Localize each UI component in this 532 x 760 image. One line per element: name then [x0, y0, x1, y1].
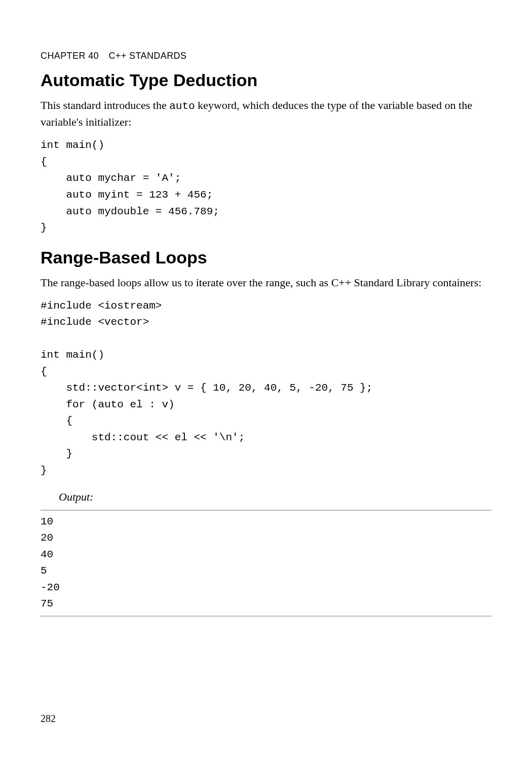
- running-header: CHAPTER 40 C++ STANDARDS: [41, 51, 491, 61]
- output-label: Output:: [59, 490, 491, 504]
- page-number: 282: [41, 713, 56, 725]
- chapter-label: CHAPTER 40: [41, 51, 99, 61]
- inline-code-auto: auto: [169, 100, 195, 112]
- section-heading-auto-type-deduction: Automatic Type Deduction: [41, 70, 491, 90]
- code-block: #include <iostream> #include <vector> in…: [41, 298, 491, 479]
- section-heading-range-based-loops: Range-Based Loops: [41, 248, 491, 268]
- divider: [41, 616, 491, 617]
- output-text: 10 20 40 5 -20 75: [41, 514, 491, 613]
- text: This standard introduces the: [41, 99, 169, 111]
- code-block: int main() { auto mychar = 'A'; auto myi…: [41, 137, 491, 236]
- paragraph: This standard introduces the auto keywor…: [41, 97, 491, 130]
- chapter-title: C++ STANDARDS: [108, 51, 186, 61]
- divider: [41, 510, 491, 511]
- page: CHAPTER 40 C++ STANDARDS Automatic Type …: [0, 0, 532, 760]
- paragraph: The range-based loops allow us to iterat…: [41, 275, 491, 291]
- output-block: 10 20 40 5 -20 75: [41, 510, 491, 617]
